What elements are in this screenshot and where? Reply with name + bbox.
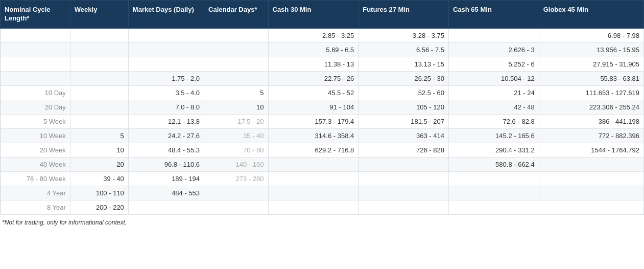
cell-r12-c4 xyxy=(268,200,359,214)
cell-r2-c5: 13.13 - 15 xyxy=(359,57,449,71)
cell-r0-c0 xyxy=(1,28,70,42)
footnote: *Not for trading, only for informational… xyxy=(0,215,644,230)
cell-r4-c1 xyxy=(70,85,128,100)
cell-r7-c5: 363 - 414 xyxy=(359,128,449,143)
cell-r7-c0: 10 Week xyxy=(1,128,70,143)
cell-r8-c0: 20 Week xyxy=(1,143,70,157)
cell-r9-c2: 96.8 - 110.6 xyxy=(128,157,204,171)
cell-r2-c1 xyxy=(70,57,128,71)
cell-r1-c5: 6.56 - 7.5 xyxy=(359,42,449,57)
cell-r5-c4: 91 - 104 xyxy=(268,100,359,114)
cell-r2-c6: 5.252 - 6 xyxy=(448,57,539,71)
cell-r0-c2 xyxy=(128,28,204,42)
cell-r6-c5: 181.5 - 207 xyxy=(359,114,449,128)
cell-r10-c4 xyxy=(268,171,359,186)
cell-r4-c5: 52.5 - 60 xyxy=(359,85,449,100)
cell-r3-c0 xyxy=(1,71,70,85)
cell-r10-c2: 189 - 194 xyxy=(128,171,204,186)
cell-r11-c6 xyxy=(448,186,539,200)
table-row: 20 Week1048.4 - 55.370 - 80629.2 - 716.8… xyxy=(1,143,644,157)
cell-r1-c7: 13.956 - 15.95 xyxy=(539,42,643,57)
column-header-1: Weekly xyxy=(70,1,128,29)
cell-r4-c0: 10 Day xyxy=(1,85,70,100)
table-row: 40 Week2096.8 - 110.6140 - 160580.8 - 66… xyxy=(1,157,644,171)
cell-r8-c5: 726 - 828 xyxy=(359,143,449,157)
cell-r2-c0 xyxy=(1,57,70,71)
cell-r0-c7: 6.98 - 7.98 xyxy=(539,28,643,42)
cell-r2-c7: 27.915 - 31.905 xyxy=(539,57,643,71)
cell-r10-c3: 273 - 280 xyxy=(204,171,268,186)
table-row: 10 Day3.5 - 4.0545.5 - 5252.5 - 6021 - 2… xyxy=(1,85,644,100)
cell-r4-c3: 5 xyxy=(204,85,268,100)
cell-r11-c2: 484 - 553 xyxy=(128,186,204,200)
cell-r11-c4 xyxy=(268,186,359,200)
cell-r3-c4: 22.75 - 26 xyxy=(268,71,359,85)
cell-r9-c5 xyxy=(359,157,449,171)
table-row: 20 Day7.0 - 8.01091 - 104105 - 12042 - 4… xyxy=(1,100,644,114)
cell-r1-c6: 2.626 - 3 xyxy=(448,42,539,57)
cell-r8-c1: 10 xyxy=(70,143,128,157)
table-row: 4 Year100 - 110484 - 553 xyxy=(1,186,644,200)
cell-r12-c1: 200 - 220 xyxy=(70,200,128,214)
cell-r5-c7: 223.306 - 255.24 xyxy=(539,100,643,114)
cell-r3-c3 xyxy=(204,71,268,85)
cell-r2-c3 xyxy=(204,57,268,71)
table-row: 2.85 - 3.253.28 - 3.756.98 - 7.98 xyxy=(1,28,644,42)
cell-r10-c5 xyxy=(359,171,449,186)
table-wrapper: Nominal Cycle Length*WeeklyMarket Days (… xyxy=(0,0,644,230)
cell-r5-c6: 42 - 48 xyxy=(448,100,539,114)
table-row: 1.75 - 2.022.75 - 2626.25 - 3010.504 - 1… xyxy=(1,71,644,85)
cell-r5-c3: 10 xyxy=(204,100,268,114)
cell-r6-c4: 157.3 - 179.4 xyxy=(268,114,359,128)
cell-r1-c0 xyxy=(1,42,70,57)
cell-r12-c2 xyxy=(128,200,204,214)
cell-r3-c2: 1.75 - 2.0 xyxy=(128,71,204,85)
table-row: 78 - 80 Week39 - 40189 - 194273 - 280 xyxy=(1,171,644,186)
cell-r8-c4: 629.2 - 716.8 xyxy=(268,143,359,157)
cell-r1-c2 xyxy=(128,42,204,57)
column-header-3: Calendar Days* xyxy=(204,1,268,29)
cell-r0-c4: 2.85 - 3.25 xyxy=(268,28,359,42)
column-header-0: Nominal Cycle Length* xyxy=(1,1,70,29)
cell-r1-c1 xyxy=(70,42,128,57)
cell-r5-c2: 7.0 - 8.0 xyxy=(128,100,204,114)
cell-r10-c7 xyxy=(539,171,643,186)
cell-r12-c0: 8 Year xyxy=(1,200,70,214)
cell-r9-c0: 40 Week xyxy=(1,157,70,171)
cell-r8-c7: 1544 - 1764.792 xyxy=(539,143,643,157)
cell-r6-c6: 72.6 - 82.8 xyxy=(448,114,539,128)
cell-r1-c3 xyxy=(204,42,268,57)
column-header-7: Globex 45 Min xyxy=(539,1,643,29)
cell-r11-c5 xyxy=(359,186,449,200)
column-header-6: Cash 65 Min xyxy=(448,1,539,29)
cell-r8-c6: 290.4 - 331.2 xyxy=(448,143,539,157)
data-table: Nominal Cycle Length*WeeklyMarket Days (… xyxy=(0,0,644,215)
table-row: 8 Year200 - 220 xyxy=(1,200,644,214)
cell-r12-c6 xyxy=(448,200,539,214)
cell-r6-c2: 12.1 - 13.8 xyxy=(128,114,204,128)
table-row: 11.38 - 1313.13 - 155.252 - 627.915 - 31… xyxy=(1,57,644,71)
cell-r3-c5: 26.25 - 30 xyxy=(359,71,449,85)
cell-r0-c6 xyxy=(448,28,539,42)
cell-r12-c5 xyxy=(359,200,449,214)
cell-r0-c5: 3.28 - 3.75 xyxy=(359,28,449,42)
cell-r10-c0: 78 - 80 Week xyxy=(1,171,70,186)
cell-r3-c1 xyxy=(70,71,128,85)
cell-r9-c7 xyxy=(539,157,643,171)
cell-r6-c7: 386 - 441.198 xyxy=(539,114,643,128)
cell-r9-c3: 140 - 160 xyxy=(204,157,268,171)
cell-r3-c6: 10.504 - 12 xyxy=(448,71,539,85)
cell-r11-c1: 100 - 110 xyxy=(70,186,128,200)
cell-r10-c1: 39 - 40 xyxy=(70,171,128,186)
cell-r9-c6: 580.8 - 662.4 xyxy=(448,157,539,171)
cell-r7-c2: 24.2 - 27.6 xyxy=(128,128,204,143)
cell-r9-c1: 20 xyxy=(70,157,128,171)
cell-r7-c6: 145.2 - 165.6 xyxy=(448,128,539,143)
cell-r7-c3: 35 - 40 xyxy=(204,128,268,143)
cell-r11-c0: 4 Year xyxy=(1,186,70,200)
cell-r8-c3: 70 - 80 xyxy=(204,143,268,157)
column-header-2: Market Days (Daily) xyxy=(128,1,204,29)
cell-r7-c7: 772 - 882.396 xyxy=(539,128,643,143)
cell-r9-c4 xyxy=(268,157,359,171)
cell-r4-c7: 111.653 - 127.619 xyxy=(539,85,643,100)
